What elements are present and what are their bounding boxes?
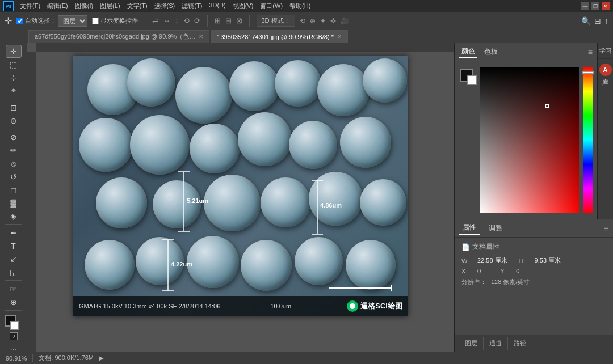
color-gradient-picker[interactable] — [480, 67, 579, 213]
transform-checkbox[interactable] — [92, 18, 99, 24]
sphere-17 — [261, 177, 310, 227]
canvas-container[interactable]: 5.21um 4.86um 4.22um GMATG 15.0kV 10.3m — [73, 56, 408, 316]
more-tools-btn[interactable]: … — [10, 344, 17, 352]
zoom-btn[interactable]: ⊕ — [6, 296, 21, 308]
layer-panel-tabs: 图层 通道 路径 — [455, 335, 613, 352]
close-button[interactable]: ✕ — [602, 2, 610, 10]
tab-1[interactable]: 139503528174301.jpg @ 90.9%(RGB/8) * ✕ — [211, 30, 348, 43]
sphere-19 — [360, 179, 406, 226]
y-value: 0 — [516, 268, 519, 274]
auto-select-checkbox[interactable] — [16, 18, 23, 24]
menu-view[interactable]: 视图(V) — [230, 1, 257, 11]
marquee-tool-btn[interactable]: ⬚ — [6, 58, 21, 70]
tab-label-1: 139503528174301.jpg @ 90.9%(RGB/8) * — [217, 33, 334, 40]
quick-select-btn[interactable]: ⌖ — [6, 84, 21, 96]
bg-color-swatch[interactable] — [467, 75, 477, 85]
crop-tool-btn[interactable]: ⊡ — [6, 101, 21, 113]
shape-btn[interactable]: ◱ — [6, 266, 21, 278]
sphere-9 — [130, 115, 190, 175]
main-layout: ✛ ⬚ ⊹ ⌖ ⊡ ⊙ ⊘ ✏ ⎋ ↺ ◻ ▓ ◈ ✒ T ↙ ◱ ☞ ⊕ Q … — [0, 43, 613, 352]
arrange-icon[interactable]: ⊟ — [594, 16, 601, 26]
transform-label: 显示变换控件 — [100, 16, 138, 25]
tab-layers[interactable]: 图层 — [459, 337, 484, 350]
menu-3d[interactable]: 3D(D) — [206, 1, 228, 11]
props-panel-menu[interactable]: ≡ — [604, 224, 608, 233]
hand-btn[interactable]: ☞ — [6, 283, 21, 295]
lasso-tool-btn[interactable]: ⊹ — [6, 71, 21, 83]
stamp-btn[interactable]: ⎋ — [6, 158, 21, 170]
x-value: 0 — [477, 268, 481, 274]
restore-button[interactable]: ❐ — [591, 2, 599, 10]
y-label: Y: — [500, 268, 511, 274]
gradient-btn[interactable]: ▓ — [6, 197, 21, 209]
sphere-6 — [317, 64, 370, 116]
quick-mask-btn[interactable]: Q — [10, 332, 18, 340]
menu-select[interactable]: 选择(S) — [152, 1, 178, 11]
arrow-icon[interactable]: ▶ — [99, 355, 104, 361]
minimize-button[interactable]: — — [581, 2, 589, 10]
3d-mode-label: 3D 模式： — [257, 15, 295, 27]
tab-learn[interactable]: 学习 — [598, 45, 613, 56]
eyedropper-btn[interactable]: ⊙ — [6, 115, 21, 126]
adobe-icon[interactable]: A — [599, 64, 612, 76]
res-label: 分辨率： — [461, 278, 486, 286]
prop-width-row: W: 22.58 厘米 H: 9.53 厘米 — [461, 256, 606, 265]
tab-0[interactable]: a67df556gy1fe6098mercj20hs0cgadd.jpg @ 9… — [28, 30, 209, 43]
res-value: 128 像素/英寸 — [491, 278, 530, 286]
layer-select[interactable]: 图层 — [58, 15, 87, 27]
sphere-15 — [153, 180, 201, 228]
image-metadata: GMATG 15.0kV 10.3mm x4.00k SE 2/8/2014 1… — [79, 303, 220, 310]
menu-image[interactable]: 图像(I) — [72, 1, 96, 11]
sphere-20 — [85, 240, 135, 290]
tab-channels[interactable]: 通道 — [484, 337, 508, 350]
menu-filter[interactable]: 滤镜(T) — [179, 1, 205, 11]
hue-slider[interactable] — [583, 67, 593, 213]
measure-label-2: 4.86um — [320, 202, 342, 209]
tab-close-0[interactable]: ✕ — [199, 33, 203, 40]
tab-adjustments[interactable]: 调整 — [485, 222, 506, 234]
brush-btn[interactable]: ✏ — [6, 145, 21, 156]
tab-properties[interactable]: 属性 — [459, 222, 480, 235]
healing-btn[interactable]: ⊘ — [6, 132, 21, 143]
menu-type[interactable]: 文字(T) — [124, 1, 150, 11]
background-color[interactable] — [10, 321, 19, 330]
pen-btn[interactable]: ✒ — [6, 227, 21, 239]
sphere-14 — [96, 177, 147, 228]
dodge-btn[interactable]: ◈ — [6, 210, 21, 222]
menu-edit[interactable]: 编辑(E) — [44, 1, 71, 11]
sphere-11 — [238, 112, 292, 166]
wechat-icon — [347, 300, 358, 312]
canvas-area[interactable]: 5.21um 4.86um 4.22um GMATG 15.0kV 10.3m — [27, 43, 454, 352]
eraser-btn[interactable]: ◻ — [6, 184, 21, 196]
tab-label-0: a67df556gy1fe6098mercj20hs0cgadd.jpg @ 9… — [35, 32, 195, 41]
h-label: H: — [519, 257, 530, 264]
menu-help[interactable]: 帮助(H) — [287, 1, 313, 11]
sphere-5 — [275, 60, 321, 107]
tab-close-1[interactable]: ✕ — [337, 33, 342, 40]
history-btn[interactable]: ↺ — [6, 171, 21, 183]
path-sel-btn[interactable]: ↙ — [6, 253, 21, 265]
sphere-12 — [289, 121, 337, 169]
tab-library[interactable]: 库 — [602, 78, 608, 87]
hue-thumb[interactable] — [582, 71, 594, 74]
ps-logo: Ps — [3, 1, 14, 11]
move-tool-btn[interactable]: ✛ — [6, 45, 21, 57]
tab-paths[interactable]: 路径 — [508, 337, 532, 350]
prop-resolution-row: 分辨率： 128 像素/英寸 — [461, 278, 606, 286]
menu-window[interactable]: 窗口(W) — [257, 1, 285, 11]
sphere-25 — [346, 240, 396, 290]
sphere-8 — [79, 118, 133, 172]
w-value: 22.58 厘米 — [477, 256, 507, 265]
search-icon[interactable]: 🔍 — [581, 16, 591, 26]
tab-color[interactable]: 颜色 — [459, 45, 477, 58]
type-btn[interactable]: T — [6, 240, 21, 252]
tab-swatches[interactable]: 色板 — [482, 46, 500, 58]
doc-props-title: 📄 文档属性 — [461, 242, 606, 252]
right-panel: 颜色 色板 ≡ — [454, 43, 613, 352]
color-panel-menu[interactable]: ≡ — [588, 48, 593, 57]
share-icon[interactable]: ↑ — [604, 16, 608, 26]
menu-layer[interactable]: 图层(L) — [97, 1, 123, 11]
menu-file[interactable]: 文件(F) — [17, 1, 43, 11]
sphere-22 — [187, 236, 239, 288]
tab-bar: a67df556gy1fe6098mercj20hs0cgadd.jpg @ 9… — [0, 29, 613, 43]
